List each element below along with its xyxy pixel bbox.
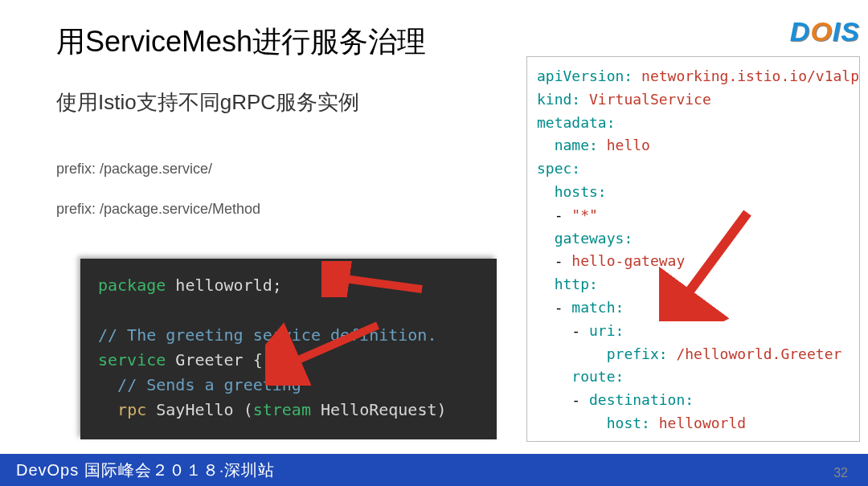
y-hosts-v: "*" [571, 206, 598, 223]
y-apiversion-k: apiVersion: [537, 67, 633, 84]
y-kind-v: VirtualService [589, 91, 711, 108]
proto-service-kw: service [98, 350, 166, 370]
proto-stream-kw: stream [253, 400, 311, 419]
footer-text: DevOps 国际峰会２０１８·深圳站 [16, 459, 275, 481]
y-prefix-k: prefix: [607, 345, 668, 362]
proto-package-name: helloworld [175, 276, 272, 295]
proto-brace-open: { [253, 350, 263, 370]
page-title: 用ServiceMesh进行服务治理 [56, 22, 426, 62]
proto-semicolon: ; [272, 276, 282, 295]
y-metadata-k: metadata: [537, 114, 616, 131]
y-kind-k: kind: [537, 91, 580, 108]
footer-bar: DevOps 国际峰会２０１８·深圳站 [0, 454, 868, 486]
y-name-k: name: [555, 137, 598, 153]
y-prefix-v: /helloworld.Greeter [676, 345, 841, 362]
logo-o: O [810, 16, 832, 47]
proto-paren-open: ( [244, 400, 253, 419]
y-destination-k: destination: [589, 391, 694, 408]
logo-s: S [841, 16, 860, 47]
proto-comment-1: // The greeting service definition. [98, 325, 436, 345]
y-gateways-v: hello-gateway [571, 252, 685, 269]
prefix-example-2: prefix: /package.service/Method [56, 201, 260, 218]
proto-comment-2: // Sends a greeting [117, 375, 301, 394]
proto-rpc-name: SayHello [156, 400, 233, 419]
proto-paren-close: ) [436, 400, 446, 419]
y-match-k: match: [571, 299, 624, 316]
y-uri-k: uri: [589, 322, 624, 339]
y-http-k: http: [555, 276, 598, 292]
y-spec-k: spec: [537, 160, 580, 177]
y-route-k: route: [571, 368, 624, 385]
proto-service-name: Greeter [175, 350, 243, 370]
y-gateways-k: gateways: [555, 230, 633, 247]
y-hosts-k: hosts: [555, 183, 607, 200]
y-host-v: helloworld [659, 415, 746, 431]
y-name-v: hello [607, 137, 650, 153]
y-port-k: port: [607, 438, 650, 442]
proto-req-type: HelloRequest [321, 400, 437, 419]
yaml-code-block: apiVersion: networking.istio.io/v1alpha3… [526, 56, 860, 442]
logo-d: D [790, 16, 811, 47]
prefix-example-1: prefix: /package.service/ [56, 161, 212, 178]
logo-i: I [833, 16, 841, 47]
proto-package-kw: package [98, 276, 166, 295]
y-host-k: host: [607, 415, 650, 431]
proto-rpc-kw: rpc [117, 400, 146, 419]
page-number: 32 [833, 466, 848, 480]
proto-code-block: package helloworld; // The greeting serv… [80, 259, 497, 439]
y-apiversion-v: networking.istio.io/v1alpha3 [641, 67, 860, 84]
subtitle: 使用Istio支持不同gRPC服务实例 [56, 88, 359, 116]
dois-logo: DOIS [790, 16, 860, 47]
